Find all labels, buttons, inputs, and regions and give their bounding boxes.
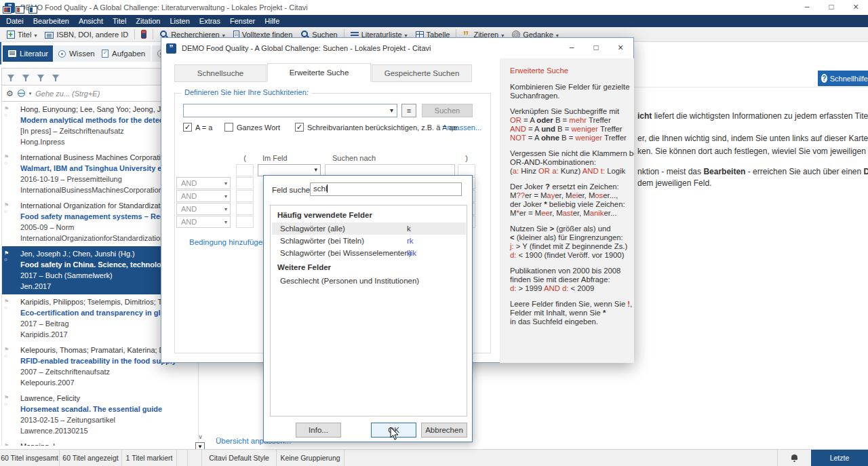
knowledge-icon (58, 50, 66, 58)
operator-dropdown[interactable]: AND (176, 177, 231, 189)
citavi-logo-icon (166, 43, 176, 54)
circle-icon: ○ (4, 256, 20, 263)
globe-icon[interactable] (18, 90, 25, 97)
notifications-bell-icon[interactable] (791, 454, 800, 463)
checkbox-row: Anpassen... A = aGanzes WortSchreibvaria… (175, 123, 492, 134)
field-item-label: Schlagwörter (bei Wissenselementen) (280, 247, 412, 259)
mouse-cursor (390, 427, 399, 441)
field-search-popup: Feld suchen: schl Häufig verwendete Feld… (263, 175, 473, 442)
field-item[interactable]: Schlagwörter (bei Titeln)rk (272, 235, 466, 247)
filter-icon[interactable] (7, 75, 14, 79)
nav-tab-label: Aufgaben (112, 50, 145, 58)
status-cell[interactable]: Keine Gruppierung (277, 450, 344, 466)
help-line: Leere Felder finden Sie, wenn Sie !, (510, 300, 631, 309)
status-cell (177, 450, 188, 466)
popup-buttons: Info... OK Abbrechen (264, 423, 473, 438)
info-button[interactable]: Info... (296, 423, 341, 438)
layout-three-pane-icon[interactable] (3, 6, 12, 14)
dialog-tab-erweiterte-suche[interactable]: Erweiterte Suche (267, 63, 371, 82)
toolbar-isbn-doi-andere-id[interactable]: ISBN, DOI, andere ID (41, 28, 132, 41)
checkbox-box (295, 123, 304, 132)
flag-icon: ⚑ (4, 154, 20, 160)
chevron-down-icon (224, 206, 230, 212)
dialog-tab-gespeicherte-suchen[interactable]: Gespeicherte Suchen (372, 64, 472, 82)
tab-literatur[interactable]: Literatur (3, 45, 54, 62)
scrollbar-down-icon[interactable] (196, 433, 205, 442)
field-search-input[interactable]: schl (310, 182, 462, 196)
entry-authors: Manning, L. (20, 441, 197, 446)
entry-text: Lawrence, FelicityHorsemeat scandal. The… (20, 393, 197, 439)
entry-authors: Lawrence, Felicity (20, 393, 197, 404)
filter-save-icon[interactable] (52, 75, 59, 79)
help-line: d: < 1900 (findet Veröff. vor 1900) (510, 251, 631, 260)
tab-wissen[interactable]: Wissen (53, 45, 100, 62)
goto-input[interactable]: Gehe zu... (Strg+E) (35, 90, 100, 98)
field-item[interactable]: Schlagwörter (alle)k (272, 222, 466, 235)
column-header-search: Suchen nach (332, 154, 376, 162)
help-line: Vergessen Sie nicht die Klammern bei (510, 149, 631, 158)
circle-icon: ○ (4, 160, 20, 166)
filter-dropdown-icon[interactable] (22, 75, 29, 79)
checkbox-schreibvarianten-berücksichtigen-z-b-ä-ae[interactable]: Schreibvarianten berücksichtigen, z.B. ä… (295, 123, 457, 132)
paren-open-cell[interactable] (236, 216, 254, 228)
dialog-maximize-button[interactable] (584, 39, 608, 58)
paren-open-cell[interactable] (236, 190, 254, 202)
layout-toggle-group (0, 2, 868, 17)
operator-label: AND (177, 218, 224, 226)
literature-entry[interactable]: ⚑○Manning, L.Food Integrity (2, 439, 198, 446)
operator-dropdown[interactable]: AND (176, 203, 231, 215)
status-cell (188, 450, 202, 466)
field-item-code: kik (407, 247, 416, 259)
picker-icon (141, 30, 146, 39)
field-item-label: Schlagwörter (alle) (280, 222, 345, 235)
gear-icon[interactable] (6, 90, 14, 98)
toolbar-picker-button[interactable] (137, 28, 151, 41)
field-item-label: Schlagwörter (bei Titeln) (280, 235, 364, 247)
entry-status-icons: ⚑○ (4, 393, 20, 439)
dialog-tab-schnellsuche[interactable]: Schnellsuche (174, 64, 267, 82)
flag-icon: ⚑ (4, 106, 20, 112)
entry-status-icons: ⚑○ (4, 441, 20, 446)
checkbox-ganzes-wort[interactable]: Ganzes Wort (224, 123, 280, 132)
dialog-close-button[interactable] (608, 39, 633, 58)
paren-open-cell[interactable] (236, 177, 254, 189)
search-button[interactable]: Suchen (422, 104, 473, 117)
add-condition-link[interactable]: Bedingung hinzufügen (189, 238, 267, 246)
expression-menu-button[interactable] (401, 104, 416, 117)
status-cell[interactable]: Citavi Default Style (202, 450, 277, 466)
circle-icon: ○ (4, 208, 20, 214)
checkbox-a-a[interactable]: A = a (183, 123, 212, 132)
field-item[interactable]: Geschlecht (Personen und Institutionen) (272, 275, 466, 287)
chevron-down-icon[interactable] (29, 91, 32, 96)
text-caret (327, 185, 328, 193)
toolbar-titel[interactable]: Titel (3, 28, 41, 41)
tasks-icon (102, 50, 108, 58)
literature-entry[interactable]: ⚑○Lawrence, FelicityHorsemeat scandal. T… (2, 391, 198, 439)
background-text-line: dem jeweiligen Feld. (637, 178, 711, 188)
dialog-minimize-button[interactable] (559, 39, 584, 58)
paren-open-cell[interactable] (236, 164, 254, 176)
help-line: finden Sie mit dieser Abfrage: (510, 275, 631, 284)
circle-icon: ○ (4, 353, 20, 359)
layout-two-pane-icon[interactable] (16, 6, 24, 14)
operator-dropdown[interactable]: AND (176, 216, 231, 228)
search-expression-combobox[interactable] (183, 104, 397, 117)
entry-status-icons: ⚑○ (4, 152, 20, 198)
paren-open-cell[interactable] (236, 203, 254, 215)
flag-icon: ⚑ (4, 443, 20, 446)
help-line: OR-AND-Kombinationen: (510, 158, 631, 167)
entry-meta: 2013-02-15 – Zeitungsartikel (20, 414, 197, 425)
cancel-button[interactable]: Abbrechen (421, 423, 467, 438)
column-header-close-paren: ) (458, 154, 475, 162)
help-paragraph: Nutzen Sie > (größer als) und< (kleiner … (510, 225, 631, 260)
toolbar-separator (134, 29, 135, 39)
layout-one-pane-icon[interactable] (28, 6, 37, 14)
tab-aufgaben[interactable]: Aufgaben (96, 45, 151, 62)
field-item[interactable]: Schlagwörter (bei Wissenselementen)kik (272, 247, 466, 259)
citavi-window: DEMO Food Quality - A Global Challenge: … (0, 0, 868, 466)
operator-dropdown[interactable]: AND (176, 190, 231, 202)
checkbox-label: Ganzes Wort (237, 123, 280, 132)
filter-edit-icon[interactable] (37, 75, 44, 79)
last-changes-button[interactable]: Letzte Änderungen (811, 450, 868, 466)
help-line: Suchanfragen. (510, 92, 631, 100)
